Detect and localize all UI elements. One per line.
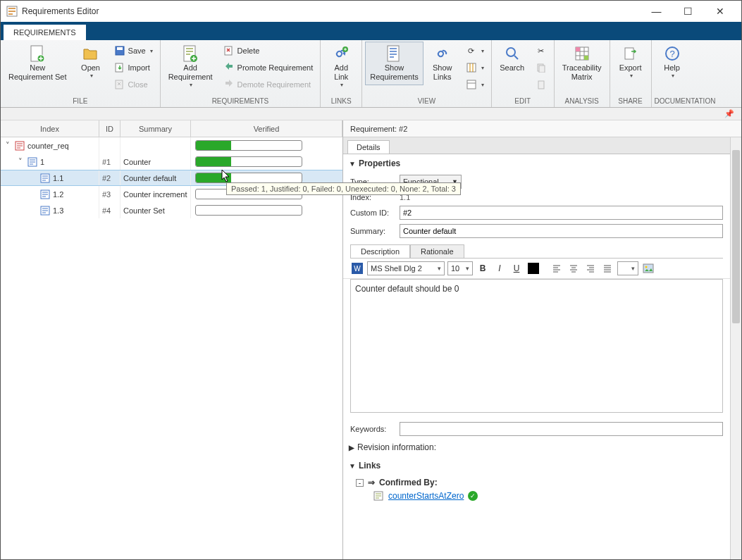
show-req-icon: [385, 45, 402, 62]
svg-rect-17: [538, 81, 544, 89]
expand-toggle[interactable]: ˅: [4, 141, 12, 150]
word-icon[interactable]: W: [350, 261, 364, 275]
sub-bar: 📌: [1, 108, 741, 120]
add-requirement-button[interactable]: Add Requirement ▾: [163, 42, 218, 92]
ribbon-tabstrip: REQUIREMENTS: [1, 22, 741, 40]
keywords-input[interactable]: [400, 422, 723, 436]
export-button[interactable]: Export ▾: [613, 42, 648, 82]
show-requirements-button[interactable]: Show Requirements: [365, 42, 423, 85]
title-bar: Requirements Editor — ☐ ✕: [1, 1, 741, 22]
paste-button[interactable]: [533, 77, 550, 92]
align-center-button[interactable]: [567, 261, 581, 275]
scrollbar[interactable]: [730, 137, 741, 560]
col-index[interactable]: Index: [1, 120, 99, 137]
col-id[interactable]: ID: [99, 120, 120, 137]
verification-bar: [195, 156, 302, 167]
app-icon: [6, 6, 18, 17]
tree-row[interactable]: 1.3#4Counter Set: [1, 202, 342, 218]
new-requirement-set-button[interactable]: New Requirement Set: [4, 42, 72, 85]
keywords-label: Keywords:: [350, 425, 394, 433]
confirmed-by-group[interactable]: - ⇒ Confirmed By:: [356, 478, 723, 487]
revision-header[interactable]: ▶Revision information:: [343, 438, 730, 456]
promote-button[interactable]: Promote Requirement: [221, 60, 316, 75]
image-button[interactable]: [641, 261, 655, 275]
save-icon: [114, 45, 125, 56]
tab-requirements[interactable]: REQUIREMENTS: [4, 25, 86, 40]
view-opt1-button[interactable]: ⟳▾: [463, 43, 487, 58]
align-justify-button[interactable]: [600, 261, 614, 275]
verification-bar: [195, 173, 302, 183]
row-id: #4: [99, 202, 120, 218]
customid-input[interactable]: [400, 206, 723, 220]
svg-rect-31: [643, 264, 653, 273]
view-opt2-button[interactable]: ▾: [463, 60, 487, 75]
align-left-button[interactable]: [550, 261, 564, 275]
col-summary[interactable]: Summary: [120, 120, 191, 137]
traceability-matrix-button[interactable]: Traceability Matrix: [557, 42, 607, 85]
tree-row[interactable]: ˅counter_req: [1, 137, 342, 154]
row-summary: Counter increment: [120, 186, 191, 202]
bold-button[interactable]: B: [476, 261, 490, 275]
tree-row[interactable]: ˅1#1Counter: [1, 154, 342, 170]
delete-icon: [223, 45, 235, 56]
window-title: Requirements Editor: [22, 6, 641, 16]
row-summary: [120, 137, 191, 154]
summary-input[interactable]: [400, 224, 723, 238]
columns-icon: [466, 62, 477, 73]
row-id: #1: [99, 154, 120, 170]
help-button[interactable]: ? Help ▾: [655, 42, 690, 82]
group-label-view: VIEW: [365, 97, 488, 107]
requirement-label: Requirement: #2: [343, 120, 741, 137]
color-button[interactable]: [526, 261, 540, 275]
demote-button[interactable]: Demote Requirement: [221, 77, 316, 92]
svg-rect-12: [467, 63, 476, 72]
delete-button[interactable]: Delete: [221, 43, 316, 58]
col-verified[interactable]: Verified: [191, 120, 342, 137]
links-section-header[interactable]: ▼Links: [343, 456, 730, 475]
import-icon: [114, 62, 125, 73]
row-summary: Counter: [120, 154, 191, 170]
row-index: counter_req: [27, 142, 69, 150]
new-doc-icon: [29, 45, 46, 62]
add-req-icon: [182, 45, 199, 62]
size-select[interactable]: 10: [447, 261, 473, 275]
align-right-button[interactable]: [583, 261, 598, 275]
copy-button[interactable]: [533, 60, 550, 75]
save-button[interactable]: Save ▾: [111, 43, 156, 58]
properties-header[interactable]: ▼Properties: [343, 154, 730, 173]
help-icon: ?: [664, 45, 681, 62]
tab-rationale[interactable]: Rationale: [410, 244, 464, 258]
tab-description[interactable]: Description: [350, 244, 410, 258]
ribbon: New Requirement Set Open ▾ Save ▾ Import: [1, 40, 741, 108]
maximize-button[interactable]: ☐: [672, 1, 704, 22]
italic-button[interactable]: I: [493, 261, 507, 275]
row-index: 1.3: [53, 206, 63, 215]
cut-button[interactable]: ✂: [533, 43, 550, 58]
underline-button[interactable]: U: [509, 261, 524, 275]
expand-toggle[interactable]: ˅: [16, 157, 25, 166]
customid-label: Custom ID:: [350, 209, 394, 217]
show-links-button[interactable]: Show Links: [425, 42, 460, 85]
refresh-icon: ⟳: [466, 45, 477, 56]
add-link-button[interactable]: Add Link ▾: [323, 42, 359, 92]
svg-text:?: ?: [669, 49, 674, 59]
tab-details[interactable]: Details: [347, 140, 390, 154]
open-button[interactable]: Open ▾: [73, 42, 109, 82]
search-button[interactable]: Search: [495, 42, 530, 76]
close-file-button[interactable]: Close: [111, 77, 156, 92]
group-label-doc: DOCUMENTATION: [655, 97, 716, 107]
link-name[interactable]: counterStartsAtZero: [388, 491, 464, 501]
group-label-edit: EDIT: [495, 97, 551, 107]
link-item[interactable]: counterStartsAtZero ✓: [356, 490, 723, 502]
group-label-requirements: REQUIREMENTS: [163, 97, 318, 107]
pin-icon[interactable]: 📌: [724, 109, 734, 118]
list-select[interactable]: [617, 261, 638, 275]
import-button[interactable]: Import: [111, 60, 156, 75]
view-opt3-button[interactable]: ▾: [463, 77, 487, 92]
row-id: #3: [99, 186, 120, 202]
tree-body[interactable]: ˅counter_req˅1#1Counter1.1#2Counter defa…: [1, 137, 342, 560]
font-select[interactable]: MS Shell Dlg 2: [367, 261, 445, 275]
minimize-button[interactable]: —: [641, 1, 672, 22]
description-editor[interactable]: Counter default should be 0: [350, 279, 723, 413]
close-button[interactable]: ✕: [704, 1, 736, 22]
